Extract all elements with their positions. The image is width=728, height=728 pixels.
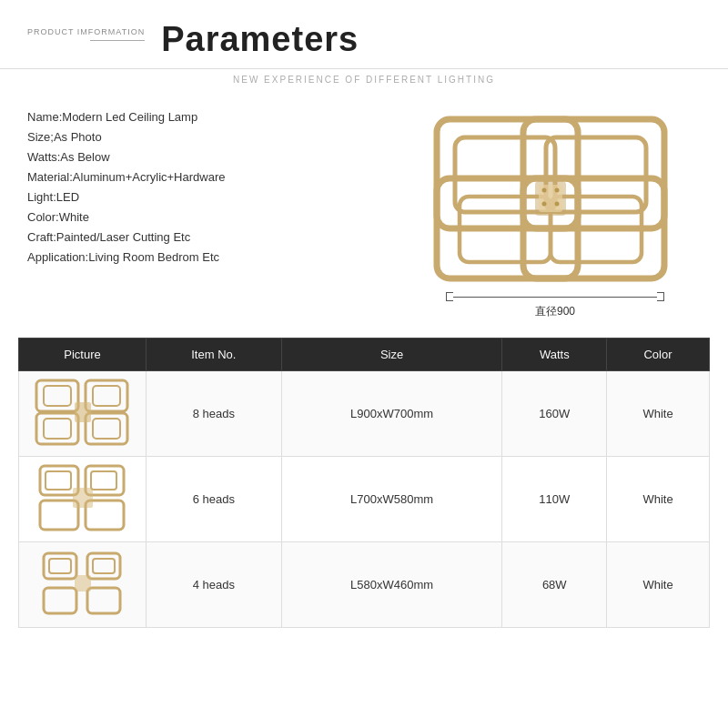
row2-lamp-svg (33, 462, 133, 533)
dim-right-cap (657, 292, 664, 301)
col-picture: Picture (19, 339, 147, 371)
dim-left-cap (446, 292, 453, 301)
svg-rect-20 (44, 419, 71, 439)
item-no-3: 4 heads (147, 542, 282, 628)
table-row: 8 heads L900xW700mm 160W White (19, 371, 710, 457)
page-title: Parameters (161, 20, 359, 59)
spec-size: Size;As Photo (27, 130, 410, 144)
svg-point-10 (542, 188, 547, 193)
size-3: L580xW460mm (281, 542, 502, 628)
spec-craft-label: Craft: (27, 230, 56, 244)
dimension-line (446, 292, 664, 301)
spec-name: Name:Modern Led Ceiling Lamp (27, 110, 410, 124)
svg-rect-36 (75, 575, 91, 592)
spec-size-label: Size; (27, 130, 54, 144)
svg-rect-25 (40, 500, 78, 530)
pic-cell-1 (19, 371, 147, 457)
item-no-1: 8 heads (147, 371, 282, 457)
svg-rect-22 (75, 402, 91, 422)
dimension-area: 直径900 (446, 292, 664, 319)
spec-size-value: As Photo (54, 130, 102, 144)
row1-lamp-svg (33, 377, 133, 448)
item-no-2: 6 heads (147, 457, 282, 542)
svg-rect-32 (44, 588, 76, 613)
svg-rect-33 (87, 588, 120, 613)
spec-light-value: LED (56, 190, 79, 204)
spec-material: Material:Aluminum+Acrylic+Hardware (27, 170, 410, 184)
size-2: L700xW580mm (281, 457, 502, 542)
spec-application: Application:Living Room Bedrom Etc (27, 250, 410, 264)
title-area: Parameters (161, 20, 359, 59)
pic-cell-2 (19, 457, 147, 542)
color-1: White (607, 371, 710, 457)
spec-name-label: Name: (27, 110, 62, 124)
spec-color-label: Color: (27, 210, 59, 224)
color-2: White (607, 457, 710, 542)
product-table: Picture Item No. Size Watts Color (18, 338, 710, 628)
svg-rect-28 (91, 471, 116, 490)
table-row: 6 heads L700xW580mm 110W White (19, 457, 710, 542)
table-header-row: Picture Item No. Size Watts Color (19, 339, 710, 371)
dim-line-bar (453, 297, 657, 298)
spec-application-label: Application: (27, 250, 88, 264)
product-info-label: PRODUCT IMFORMATION (27, 27, 145, 36)
page: PRODUCT IMFORMATION Parameters NEW EXPER… (0, 0, 728, 728)
svg-rect-35 (93, 559, 115, 573)
svg-point-11 (555, 188, 560, 193)
main-content: Name:Modern Led Ceiling Lamp Size;As Pho… (0, 94, 728, 329)
row3-lamp-svg (33, 548, 133, 619)
lamp-illustration (428, 110, 682, 292)
product-image-area: 直径900 (410, 110, 701, 319)
spec-light-label: Light: (27, 190, 56, 204)
spec-watts-label: Watts: (27, 150, 60, 164)
spec-material-value: Aluminum+Acrylic+Hardware (73, 170, 226, 184)
dimension-label: 直径900 (446, 304, 664, 319)
svg-rect-19 (93, 386, 120, 406)
spec-color: Color:White (27, 210, 410, 224)
header-divider (90, 40, 145, 41)
spec-material-label: Material: (27, 170, 73, 184)
spec-watts-value: As Below (60, 150, 109, 164)
col-size: Size (281, 339, 502, 371)
size-1: L900xW700mm (281, 371, 502, 457)
spec-craft-value: Painted/Laser Cutting Etc (56, 230, 190, 244)
svg-rect-29 (73, 488, 93, 508)
subtitle: NEW EXPERIENCE OF DIFFERENT LIGHTING (0, 69, 728, 94)
color-3: White (607, 542, 710, 628)
header-left: PRODUCT IMFORMATION (27, 20, 145, 41)
spec-application-value: Living Room Bedrom Etc (88, 250, 219, 264)
col-watts: Watts (502, 339, 607, 371)
specs-section: Name:Modern Led Ceiling Lamp Size;As Pho… (27, 110, 410, 319)
svg-rect-34 (49, 559, 71, 573)
table-header: Picture Item No. Size Watts Color (19, 339, 710, 371)
watts-2: 110W (502, 457, 607, 542)
svg-rect-9 (539, 185, 562, 212)
spec-color-value: White (59, 210, 89, 224)
svg-rect-21 (93, 419, 120, 439)
svg-point-13 (555, 202, 560, 207)
watts-3: 68W (502, 542, 607, 628)
header: PRODUCT IMFORMATION Parameters (0, 0, 728, 69)
table-body: 8 heads L900xW700mm 160W White (19, 371, 710, 628)
table-row: 4 heads L580xW460mm 68W White (19, 542, 710, 628)
lamp-svg (428, 110, 682, 288)
col-color: Color (607, 339, 710, 371)
spec-name-value: Modern Led Ceiling Lamp (62, 110, 197, 124)
col-item-no: Item No. (147, 339, 282, 371)
svg-rect-27 (46, 471, 71, 490)
table-section: Picture Item No. Size Watts Color (18, 338, 710, 728)
svg-rect-18 (44, 386, 71, 406)
svg-point-12 (542, 202, 547, 207)
spec-watts: Watts:As Below (27, 150, 410, 164)
spec-craft: Craft:Painted/Laser Cutting Etc (27, 230, 410, 244)
spec-light: Light:LED (27, 190, 410, 204)
pic-cell-3 (19, 542, 147, 628)
watts-1: 160W (502, 371, 607, 457)
